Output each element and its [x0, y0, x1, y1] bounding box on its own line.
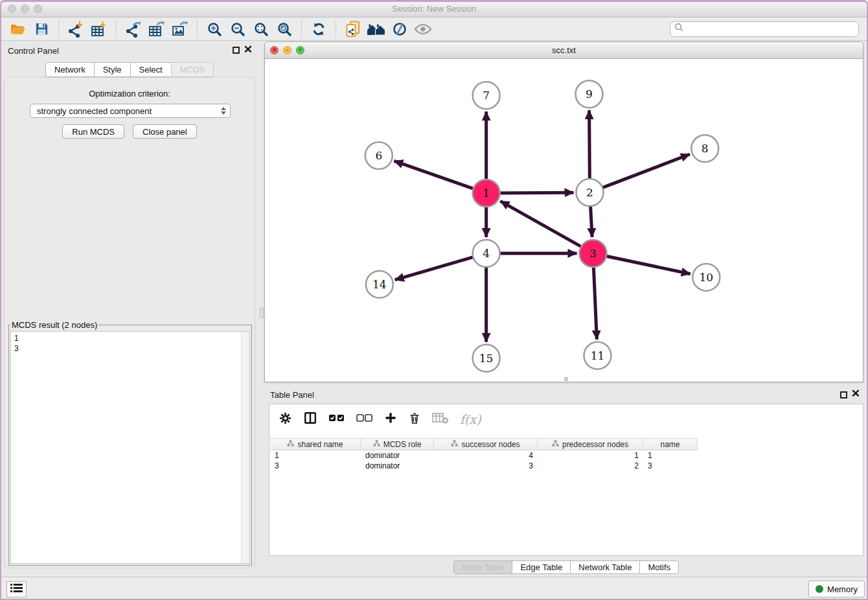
node-label-3: 3	[589, 247, 597, 260]
node-label-10: 10	[699, 271, 713, 284]
edge-3-10[interactable]	[593, 253, 690, 274]
node-label-4: 4	[483, 247, 490, 260]
table-settings-button[interactable]	[279, 411, 292, 428]
canvas-resize-handle[interactable]	[564, 377, 568, 381]
tab-style[interactable]: Style	[94, 62, 131, 77]
home-views-button[interactable]	[365, 19, 388, 39]
search-icon	[674, 23, 684, 35]
trash-icon	[408, 411, 421, 428]
table-cell[interactable]: 4	[434, 450, 538, 461]
close-panel-icon[interactable]: ✕	[244, 43, 253, 56]
zoom-in-button[interactable]	[203, 19, 226, 39]
unselect-all-columns-button[interactable]	[356, 413, 373, 426]
zoom-selected-button[interactable]	[273, 19, 296, 39]
select-stepper-icon	[221, 107, 227, 115]
function-builder-button[interactable]: f(x)	[460, 412, 481, 426]
search-input[interactable]	[684, 24, 854, 34]
memory-label: Memory	[827, 584, 858, 594]
edge-3-1[interactable]	[500, 201, 593, 253]
panel-splitter[interactable]	[259, 41, 264, 577]
edge-1-6[interactable]	[394, 161, 486, 193]
tab-mcds[interactable]: MCDS	[171, 62, 214, 77]
houses-icon	[367, 22, 386, 36]
node-table: shared name MCDS role successor nodes pr…	[270, 438, 862, 471]
task-history-button[interactable]	[6, 581, 27, 597]
table-cell[interactable]: 1	[270, 450, 361, 461]
result-line: 3	[14, 343, 246, 354]
toggle-bird-view-button[interactable]	[411, 19, 435, 39]
table-cell[interactable]: 3	[270, 461, 361, 471]
toolbar-separator	[116, 21, 117, 38]
zoom-fit-button[interactable]	[249, 19, 273, 39]
plus-icon	[384, 411, 397, 427]
column-header-successor-nodes[interactable]: successor nodes	[434, 438, 538, 450]
table-cell[interactable]: 1	[538, 450, 643, 461]
import-network-button[interactable]	[64, 19, 87, 39]
run-mcds-button[interactable]: Run MCDS	[62, 124, 124, 139]
node-label-8: 8	[702, 142, 709, 155]
result-line: 1	[14, 333, 246, 343]
table-cell[interactable]: 2	[538, 461, 643, 471]
tab-select[interactable]: Select	[130, 62, 172, 77]
export-table-button[interactable]	[145, 19, 168, 39]
import-table-button[interactable]	[87, 19, 111, 39]
save-session-button[interactable]	[30, 19, 53, 39]
toolbar-separator	[58, 21, 59, 38]
export-image-button[interactable]	[168, 19, 192, 39]
result-scrollbar[interactable]	[241, 332, 249, 563]
tab-node-table[interactable]: Node Table	[453, 560, 513, 574]
column-header-name[interactable]: name	[643, 438, 698, 450]
tree-icon	[287, 440, 294, 449]
clone-network-button[interactable]	[341, 19, 365, 39]
show-column-button[interactable]	[303, 411, 317, 428]
table-row: 3 dominator 3 2 3	[270, 461, 862, 471]
tab-motifs[interactable]: Motifs	[639, 560, 679, 574]
splitter-handle[interactable]	[260, 308, 264, 318]
tab-edge-table[interactable]: Edge Table	[512, 560, 571, 574]
float-panel-icon[interactable]	[233, 47, 240, 54]
table-cell[interactable]: 3	[434, 461, 538, 471]
column-header-mcds-role[interactable]: MCDS role	[361, 438, 434, 450]
optimization-criterion-select[interactable]: strongly connected component	[30, 104, 231, 118]
control-panel-title: Control Panel	[8, 46, 59, 56]
zoom-out-icon	[230, 21, 246, 37]
toolbar-separator	[336, 21, 336, 38]
select-all-columns-button[interactable]	[328, 413, 345, 426]
close-panel-button[interactable]: Close panel	[133, 124, 197, 139]
tab-network-table[interactable]: Network Table	[570, 560, 640, 574]
network-graph[interactable]: 1234678910111415	[265, 59, 863, 382]
network-canvas[interactable]: 1234678910111415	[265, 59, 863, 382]
edge-2-8[interactable]	[589, 154, 689, 192]
column-header-predecessor-nodes[interactable]: predecessor nodes	[538, 438, 643, 450]
delete-column-button[interactable]	[408, 411, 421, 428]
gear-icon	[279, 411, 292, 428]
mcds-buttons: Run MCDS Close panel	[5, 124, 255, 139]
table-cell[interactable]: dominator	[361, 461, 434, 471]
table-cell[interactable]: 1	[643, 450, 698, 461]
node-table-body: f(x) shared name MCDS role successor nod…	[269, 404, 863, 556]
zoom-selected-icon	[277, 21, 292, 37]
delete-table-button[interactable]	[432, 411, 449, 427]
table-cell[interactable]: dominator	[361, 450, 434, 461]
hide-graphics-details-button[interactable]	[388, 19, 411, 39]
mcds-result-textarea[interactable]: 1 3	[10, 331, 250, 564]
node-label-9: 9	[586, 87, 593, 100]
zoom-out-button[interactable]	[226, 19, 249, 39]
tab-network[interactable]: Network	[45, 62, 95, 77]
tree-icon	[552, 440, 559, 449]
column-header-shared-name[interactable]: shared name	[270, 438, 361, 450]
node-label-14: 14	[372, 278, 387, 291]
close-table-panel-icon[interactable]: ✕	[851, 387, 860, 400]
export-table-icon	[148, 21, 165, 38]
clone-network-icon	[345, 21, 361, 38]
export-image-icon	[172, 21, 188, 38]
create-column-button[interactable]	[384, 411, 397, 427]
open-session-button[interactable]	[6, 19, 30, 39]
float-table-panel-icon[interactable]	[840, 391, 847, 398]
export-network-button[interactable]	[122, 19, 145, 39]
node-label-1: 1	[483, 187, 490, 200]
memory-button[interactable]: Memory	[808, 581, 865, 597]
table-panel-tabs: Node Table Edge Table Network Table Moti…	[264, 560, 868, 574]
refresh-layout-button[interactable]	[307, 19, 330, 39]
table-cell[interactable]: 3	[643, 461, 698, 471]
